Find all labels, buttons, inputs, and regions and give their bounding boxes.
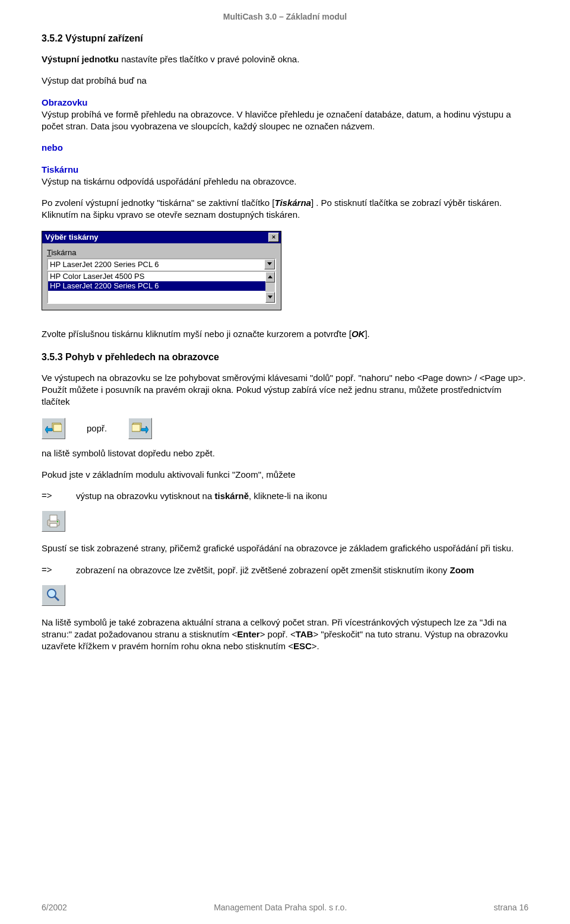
text: zobrazení na obrazovce lze zvětšit, popř…: [76, 565, 449, 575]
svg-marker-2: [268, 296, 273, 299]
page-header: MultiCash 3.0 – Základní modul: [42, 12, 528, 21]
text: ].: [365, 329, 369, 339]
field-label-tiskarna: Tiskárna: [47, 248, 276, 257]
svg-marker-5: [45, 426, 52, 433]
scroll-up-button[interactable]: [265, 272, 275, 282]
svg-marker-0: [267, 262, 272, 265]
paragraph: zobrazení na obrazovce lze zvětšit, popř…: [76, 564, 474, 576]
printer-combobox[interactable]: HP LaserJet 2200 Series PCL 6: [47, 258, 276, 271]
text-button-ref-ok: OK: [352, 329, 365, 339]
text-nebo: nebo: [42, 142, 528, 154]
text-bold: TAB: [296, 629, 314, 639]
label-tiskarnu: Tiskárnu: [42, 164, 78, 174]
paragraph: Výstup dat probíhá buď na: [42, 75, 528, 87]
close-icon: ×: [272, 233, 276, 240]
combo-value[interactable]: HP LaserJet 2200 Series PCL 6: [48, 259, 264, 269]
svg-rect-11: [50, 523, 57, 527]
next-page-icon[interactable]: [128, 418, 152, 439]
zoom-icon[interactable]: [42, 585, 65, 606]
text-bold: ESC: [293, 641, 312, 651]
svg-rect-10: [50, 515, 57, 521]
svg-point-12: [57, 521, 58, 522]
dialog-titlebar[interactable]: Výběr tiskárny ×: [42, 231, 281, 243]
page-footer: 6/2002 Management Data Praha spol. s r.o…: [42, 903, 528, 912]
arrow-bullet: =>: [42, 490, 65, 502]
text: Zvolte příslušnou tiskárnu kliknutím myš…: [42, 329, 352, 339]
footer-page: strana 16: [494, 903, 528, 912]
scrollbar[interactable]: [265, 272, 275, 303]
text: výstup na obrazovku vytisknout na: [76, 491, 214, 501]
section-title-navigation: 3.5.3 Pohyb v přehledech na obrazovce: [42, 352, 528, 363]
list-item[interactable]: HP LaserJet 2200 Series PCL 6: [48, 281, 265, 291]
dialog-title: Výběr tiskárny: [45, 233, 99, 242]
section-title-output-device: 3.5.2 Výstupní zařízení: [42, 33, 528, 44]
arrow-bullet: =>: [42, 564, 65, 576]
label-obrazovku: Obrazovku: [42, 97, 88, 107]
chevron-down-icon: [268, 296, 273, 299]
chevron-down-icon: [267, 262, 272, 266]
svg-rect-7: [132, 424, 140, 431]
paragraph: Tiskárnu Výstup na tiskárnu odpovídá usp…: [42, 164, 528, 188]
footer-company: Management Data Praha spol. s r.o.: [214, 903, 347, 912]
print-icon[interactable]: [42, 510, 65, 532]
scroll-down-button[interactable]: [265, 292, 275, 303]
paragraph: na liště symbolů listovat dopředu nebo z…: [42, 447, 528, 459]
text: Výstup probíhá ve formě přehledu na obra…: [42, 109, 511, 131]
dialog-printer-select: Výběr tiskárny × Tiskárna HP LaserJet 22…: [42, 231, 281, 310]
paragraph: Zvolte příslušnou tiskárnu kliknutím myš…: [42, 328, 528, 340]
text: , kliknete-li na ikonu: [249, 491, 327, 501]
svg-rect-4: [53, 424, 62, 431]
paragraph: Na liště symbolů je také zobrazena aktuá…: [42, 617, 528, 653]
list-item[interactable]: HP Color LaserJet 4500 PS: [48, 272, 265, 281]
printer-listbox[interactable]: HP Color LaserJet 4500 PS HP LaserJet 22…: [47, 271, 276, 304]
svg-line-14: [55, 596, 59, 601]
text: >.: [312, 641, 319, 651]
svg-point-13: [48, 589, 56, 598]
close-button[interactable]: ×: [268, 233, 279, 242]
text-bold: tiskárně: [214, 491, 249, 501]
text-popr: popř.: [87, 423, 107, 433]
svg-marker-8: [141, 426, 148, 433]
paragraph: Pokud jste v základním modulu aktivovali…: [42, 469, 528, 481]
label-rest: iskárna: [51, 248, 76, 257]
text-button-ref-tiskarna: Tiskárna: [275, 198, 311, 208]
text: nastavíte přes tlačítko v pravé polovině…: [119, 54, 299, 64]
chevron-up-icon: [268, 275, 273, 279]
paragraph: Spustí se tisk zobrazené strany, přičemž…: [42, 542, 528, 554]
paragraph: Ve výstupech na obrazovku se lze pohybov…: [42, 372, 528, 408]
text: > popř. <: [260, 629, 296, 639]
paragraph: Výstupní jednotku nastavíte přes tlačítk…: [42, 53, 528, 65]
prev-page-icon[interactable]: [42, 418, 65, 439]
footer-date: 6/2002: [42, 903, 67, 912]
text: Po zvolení výstupní jednotky "tiskárna" …: [42, 198, 275, 208]
svg-marker-1: [268, 275, 273, 278]
text: Výstup na tiskárnu odpovídá uspořádání p…: [42, 176, 296, 186]
paragraph: Obrazovku Výstup probíhá ve formě přehle…: [42, 97, 528, 133]
paragraph: výstup na obrazovku vytisknout na tiskár…: [76, 490, 327, 502]
text-bold: Enter: [237, 629, 259, 639]
text-bold: Zoom: [449, 565, 474, 575]
combo-dropdown-button[interactable]: [264, 259, 275, 269]
paragraph: Po zvolení výstupní jednotky "tiskárna" …: [42, 197, 528, 221]
text-bold: Výstupní jednotku: [42, 54, 119, 64]
